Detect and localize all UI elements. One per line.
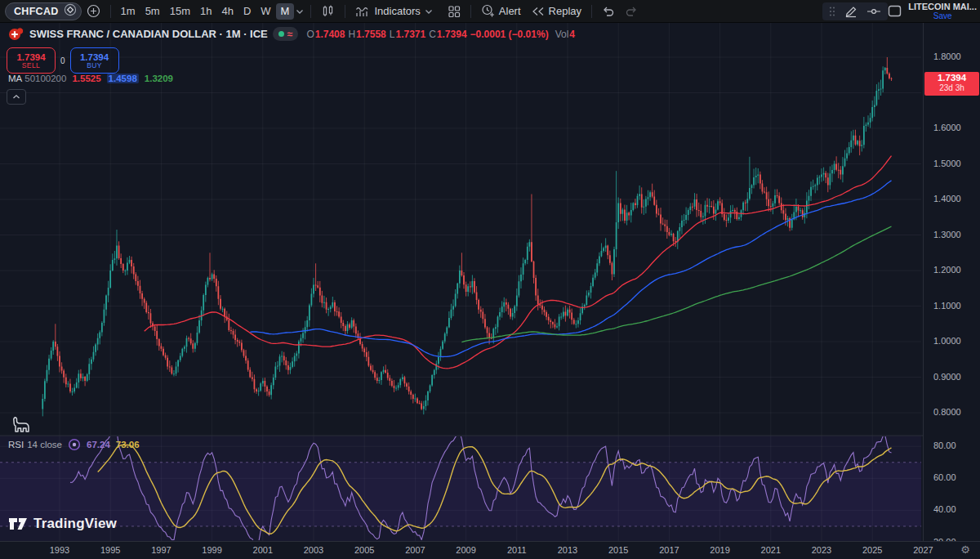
symbol-title[interactable]: SWISS FRANC / CANADIAN DOLLAR · 1M · ICE xyxy=(29,28,268,40)
ma-legend[interactable]: MA 50100200 1.5525 1.4598 1.3209 xyxy=(8,74,173,83)
save-button[interactable]: Save xyxy=(908,11,977,20)
high-value: 1.7558 xyxy=(356,29,386,40)
year-tick-label: 1995 xyxy=(97,545,123,555)
year-tick-label: 2023 xyxy=(808,545,835,555)
candle-style-button[interactable] xyxy=(316,2,340,20)
time-axis[interactable]: 1993199519971999200120032005200720092011… xyxy=(0,541,980,559)
year-tick-label: 2013 xyxy=(555,545,581,555)
low-value: 1.7371 xyxy=(395,29,425,40)
market-status-pill[interactable]: ≈ xyxy=(273,27,299,41)
toolbar-separator xyxy=(310,5,311,18)
toolbar-separator xyxy=(110,5,111,18)
open-value: 1.7408 xyxy=(315,29,345,40)
alert-button[interactable]: Alert xyxy=(476,2,526,20)
crosshair-tool-icon[interactable] xyxy=(866,6,881,17)
layout-box-icon[interactable] xyxy=(888,5,902,17)
year-tick-label: 2001 xyxy=(250,545,276,555)
symbol-diamond-icon xyxy=(64,3,77,19)
rsi-params: 14 close xyxy=(27,440,62,449)
undo-button[interactable] xyxy=(597,2,620,20)
year-tick-label: 2017 xyxy=(656,545,682,555)
bar-countdown: 23d 3h xyxy=(924,83,979,92)
timeframe-button-5m[interactable]: 5m xyxy=(140,3,165,20)
axis-tick-label: 40.00 xyxy=(933,504,956,514)
timeframe-button-W[interactable]: W xyxy=(256,3,275,20)
year-tick-label: 1999 xyxy=(199,545,225,555)
rsi-indicator-icon xyxy=(68,438,81,451)
timeframe-dropdown-chevron[interactable] xyxy=(294,2,305,20)
year-tick-label: 2003 xyxy=(301,545,327,555)
watermark-text: TradingView xyxy=(33,516,117,532)
ma100-value: 1.4598 xyxy=(107,74,139,83)
floating-toolbar xyxy=(822,2,888,20)
volume-value: 4 xyxy=(569,29,575,40)
rsi-value: 67.24 xyxy=(87,440,110,449)
open-label: O xyxy=(306,29,314,40)
year-tick-label: 1993 xyxy=(47,545,73,555)
ma-label: MA xyxy=(8,74,22,83)
layout-block: LITECOIN MAI... Save xyxy=(888,2,977,20)
low-label: L xyxy=(390,29,395,40)
trade-panel: 1.7394 SELL 0 1.7394 BUY xyxy=(7,47,119,74)
timeframe-button-M[interactable]: M xyxy=(276,3,295,20)
indicators-chevron-icon xyxy=(425,8,433,15)
spread-value: 0 xyxy=(60,56,65,65)
buy-button[interactable]: 1.7394 BUY xyxy=(70,47,119,74)
year-tick-label: 2011 xyxy=(504,545,530,555)
tradingview-logo-icon xyxy=(8,515,28,533)
close-value: 1.7394 xyxy=(437,29,467,40)
axis-tick-label: 1.8000 xyxy=(933,51,961,61)
rsi-name: RSI xyxy=(8,440,24,449)
toolbar-separator xyxy=(470,5,471,18)
delayed-data-icon: ≈ xyxy=(287,30,293,38)
top-toolbar: CHFCAD 1m5m15m1h4hDWM Indicators xyxy=(0,0,980,23)
price-axis[interactable]: 1.80001.70001.60001.50001.40001.30001.20… xyxy=(923,23,980,541)
last-price-label: 1.7394 23d 3h xyxy=(924,72,979,96)
replay-button[interactable]: Replay xyxy=(526,2,586,20)
timeframe-button-4h[interactable]: 4h xyxy=(216,3,238,20)
indicators-button[interactable]: Indicators xyxy=(350,2,437,20)
timeframe-button-1m[interactable]: 1m xyxy=(116,3,140,20)
tradingview-app: CHFCAD 1m5m15m1h4hDWM Indicators xyxy=(0,0,980,559)
axis-tick-label: 60.00 xyxy=(933,472,956,482)
year-tick-label: 2009 xyxy=(453,545,479,555)
layout-title[interactable]: LITECOIN MAI... xyxy=(908,2,977,11)
ma50-value: 1.5525 xyxy=(72,74,100,83)
timeframe-button-1h[interactable]: 1h xyxy=(195,3,216,20)
compare-add-button[interactable] xyxy=(82,2,105,20)
buy-price: 1.7394 xyxy=(80,52,109,62)
layout-grid-button[interactable] xyxy=(443,2,466,20)
year-tick-label: 2027 xyxy=(910,545,936,555)
drag-handle[interactable] xyxy=(829,6,835,17)
timeframe-button-15m[interactable]: 15m xyxy=(165,3,195,20)
price-chart[interactable] xyxy=(0,23,980,559)
axis-tick-label: 1.4000 xyxy=(933,194,961,203)
collapse-pane-button[interactable] xyxy=(7,89,26,105)
year-tick-label: 2025 xyxy=(859,545,885,555)
buy-label: BUY xyxy=(87,62,102,69)
sell-button[interactable]: 1.7394 SELL xyxy=(7,47,56,74)
redo-button[interactable] xyxy=(620,2,643,20)
replay-label: Replay xyxy=(549,5,581,17)
chart-main: SWISS FRANC / CANADIAN DOLLAR · 1M · ICE… xyxy=(0,23,980,559)
drawing-tool-icon[interactable] xyxy=(844,5,858,18)
close-label: C xyxy=(429,29,436,40)
tradingview-watermark: TradingView xyxy=(8,515,117,533)
timeframe-button-D[interactable]: D xyxy=(238,3,256,20)
dinosaur-doodle[interactable] xyxy=(9,414,32,440)
rsi-legend[interactable]: RSI 14 close 67.24 73.06 xyxy=(8,438,140,451)
ma200-value: 1.3209 xyxy=(145,74,173,83)
year-tick-label: 1997 xyxy=(148,545,174,555)
axis-tick-label: 1.6000 xyxy=(933,123,961,132)
axis-settings-gear-icon[interactable]: ⚙ xyxy=(960,543,970,556)
year-tick-label: 2005 xyxy=(351,545,377,555)
last-price-value: 1.7394 xyxy=(924,73,979,83)
axis-tick-label: 1.5000 xyxy=(933,159,961,168)
sell-price: 1.7394 xyxy=(16,52,45,62)
year-tick-label: 2015 xyxy=(605,545,631,555)
year-tick-label: 2021 xyxy=(758,545,784,555)
symbol-search-button[interactable]: CHFCAD xyxy=(5,2,82,20)
axis-tick-label: 80.00 xyxy=(933,440,956,450)
year-tick-label: 2019 xyxy=(707,545,733,555)
axis-tick-label: 0.8000 xyxy=(933,407,961,417)
